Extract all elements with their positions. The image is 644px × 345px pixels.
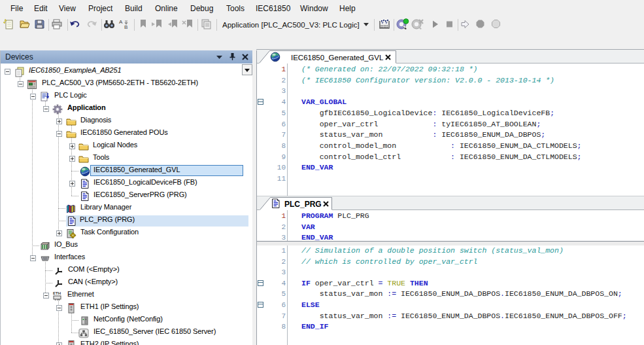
svg-text:B: B bbox=[124, 24, 127, 30]
svg-text:A: A bbox=[119, 19, 123, 25]
svg-text:ETH: ETH bbox=[53, 291, 61, 295]
